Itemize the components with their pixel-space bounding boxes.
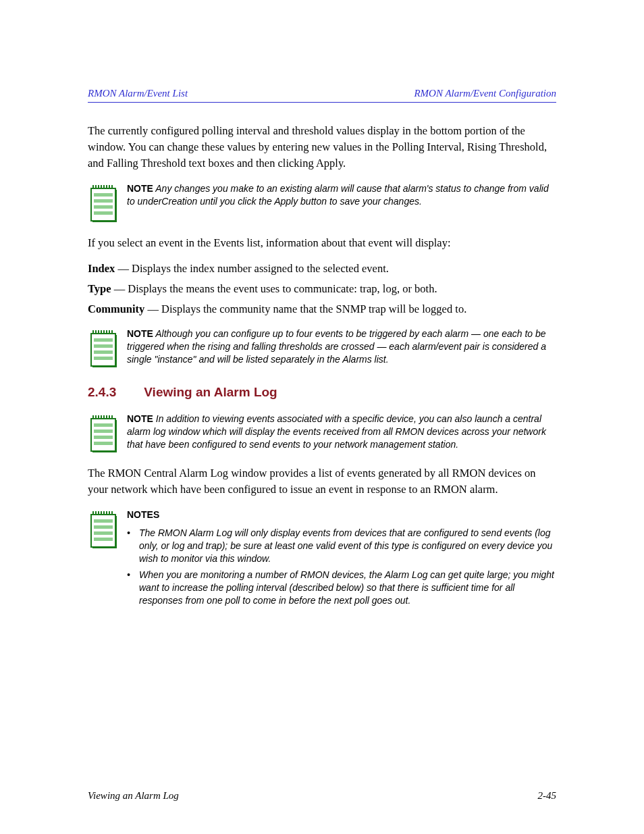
svg-rect-52 bbox=[103, 511, 105, 515]
note-label: NOTE bbox=[127, 328, 153, 339]
svg-rect-37 bbox=[103, 415, 105, 419]
svg-rect-33 bbox=[92, 415, 94, 419]
note-block-4: NOTES The RMON Alarm Log will only displ… bbox=[88, 507, 556, 613]
header-rule bbox=[88, 102, 556, 103]
field-desc: Displays the means the event uses to com… bbox=[128, 282, 437, 295]
svg-rect-3 bbox=[92, 185, 94, 189]
notepad-icon bbox=[88, 509, 117, 549]
note-block-1: NOTE Any changes you make to an existing… bbox=[88, 181, 556, 223]
svg-rect-28 bbox=[94, 350, 113, 354]
svg-rect-9 bbox=[109, 185, 110, 189]
page-footer: Viewing an Alarm Log 2-45 bbox=[88, 790, 556, 802]
note-text-3: NOTE In addition to viewing events assoc… bbox=[127, 411, 556, 451]
svg-rect-31 bbox=[115, 420, 117, 452]
svg-rect-14 bbox=[94, 211, 113, 215]
note-label: NOTES bbox=[127, 509, 159, 520]
note-block-2: NOTE Although you can configure up to fo… bbox=[88, 326, 556, 368]
svg-rect-19 bbox=[95, 330, 97, 334]
note-body: Although you can configure up to four ev… bbox=[127, 328, 546, 365]
running-header: RMON Alarm/Event List RMON Alarm/Event C… bbox=[88, 88, 556, 99]
svg-rect-1 bbox=[115, 190, 117, 222]
svg-rect-22 bbox=[103, 330, 105, 334]
svg-rect-59 bbox=[94, 538, 113, 541]
note-bullets: The RMON Alarm Log will only display eve… bbox=[127, 527, 556, 607]
svg-rect-41 bbox=[94, 423, 113, 427]
svg-rect-49 bbox=[95, 511, 97, 515]
note-block-3: NOTE In addition to viewing events assoc… bbox=[88, 411, 556, 453]
svg-rect-13 bbox=[94, 205, 113, 209]
footer-left: Viewing an Alarm Log bbox=[88, 790, 179, 802]
svg-rect-4 bbox=[95, 185, 97, 189]
svg-rect-54 bbox=[109, 511, 110, 515]
header-left: RMON Alarm/Event List bbox=[88, 88, 188, 99]
svg-rect-8 bbox=[106, 185, 107, 189]
intro-paragraph: The currently configured polling interva… bbox=[88, 123, 556, 172]
svg-rect-48 bbox=[92, 511, 94, 515]
svg-rect-11 bbox=[94, 193, 113, 197]
field-community: Community — Displays the community name … bbox=[88, 301, 556, 317]
note-text-4: NOTES The RMON Alarm Log will only displ… bbox=[127, 507, 556, 613]
svg-rect-46 bbox=[115, 516, 117, 548]
svg-rect-57 bbox=[94, 525, 113, 529]
field-desc: Displays the community name that the SNM… bbox=[161, 303, 466, 315]
svg-rect-40 bbox=[111, 415, 113, 419]
header-right: RMON Alarm/Event Configuration bbox=[414, 88, 556, 99]
svg-rect-2 bbox=[92, 221, 117, 222]
note-label: NOTE bbox=[127, 183, 153, 194]
field-name: Type bbox=[88, 282, 111, 295]
events-intro: If you select an event in the Events lis… bbox=[88, 235, 556, 251]
svg-rect-7 bbox=[103, 185, 105, 189]
svg-rect-53 bbox=[106, 511, 107, 515]
svg-rect-21 bbox=[101, 330, 102, 334]
svg-rect-5 bbox=[98, 185, 99, 189]
note-bullet: The RMON Alarm Log will only display eve… bbox=[127, 527, 556, 565]
svg-rect-23 bbox=[106, 330, 107, 334]
svg-rect-58 bbox=[94, 531, 113, 535]
svg-rect-39 bbox=[109, 415, 110, 419]
svg-rect-34 bbox=[95, 415, 97, 419]
svg-rect-55 bbox=[111, 511, 113, 515]
field-desc: Displays the index number assigned to th… bbox=[132, 262, 389, 275]
page: RMON Alarm/Event List RMON Alarm/Event C… bbox=[0, 0, 644, 834]
svg-rect-26 bbox=[94, 338, 113, 342]
svg-rect-10 bbox=[111, 185, 113, 189]
notepad-icon bbox=[88, 182, 117, 223]
svg-rect-12 bbox=[94, 199, 113, 203]
svg-rect-25 bbox=[111, 330, 113, 334]
viewing-intro: The RMON Central Alarm Log window provid… bbox=[88, 465, 556, 498]
notepad-icon bbox=[88, 413, 117, 453]
svg-rect-24 bbox=[109, 330, 110, 334]
svg-rect-6 bbox=[101, 185, 102, 189]
svg-rect-16 bbox=[115, 335, 117, 367]
svg-rect-42 bbox=[94, 429, 113, 433]
section-heading-viewing: 2.4.3 Viewing an Alarm Log bbox=[88, 383, 556, 402]
svg-rect-38 bbox=[106, 415, 107, 419]
note-bullet: When you are monitoring a number of RMON… bbox=[127, 569, 556, 607]
svg-rect-17 bbox=[92, 366, 117, 367]
svg-rect-47 bbox=[92, 547, 117, 548]
field-index: Index — Displays the index number assign… bbox=[88, 261, 556, 277]
note-text-2: NOTE Although you can configure up to fo… bbox=[127, 326, 556, 366]
svg-rect-36 bbox=[101, 415, 102, 419]
note-label: NOTE bbox=[127, 413, 153, 424]
heading-number: 2.4.3 bbox=[88, 383, 140, 402]
footer-right: 2-45 bbox=[538, 790, 557, 802]
svg-rect-51 bbox=[101, 511, 102, 515]
svg-rect-20 bbox=[98, 330, 99, 334]
note-body: Any changes you make to an existing alar… bbox=[127, 183, 549, 207]
heading-title: Viewing an Alarm Log bbox=[144, 385, 277, 399]
svg-rect-56 bbox=[94, 519, 113, 523]
svg-rect-50 bbox=[98, 511, 99, 515]
notepad-icon bbox=[88, 328, 117, 368]
note-text-1: NOTE Any changes you make to an existing… bbox=[127, 181, 556, 208]
svg-rect-44 bbox=[94, 442, 113, 445]
svg-rect-43 bbox=[94, 436, 113, 439]
field-name: Community bbox=[88, 303, 144, 315]
field-type: Type — Displays the means the event uses… bbox=[88, 281, 556, 297]
svg-rect-32 bbox=[92, 451, 117, 452]
svg-rect-35 bbox=[98, 415, 99, 419]
svg-rect-27 bbox=[94, 344, 113, 348]
svg-rect-29 bbox=[94, 357, 113, 360]
body-text: The currently configured polling interva… bbox=[88, 123, 556, 613]
field-name: Index bbox=[88, 262, 115, 275]
